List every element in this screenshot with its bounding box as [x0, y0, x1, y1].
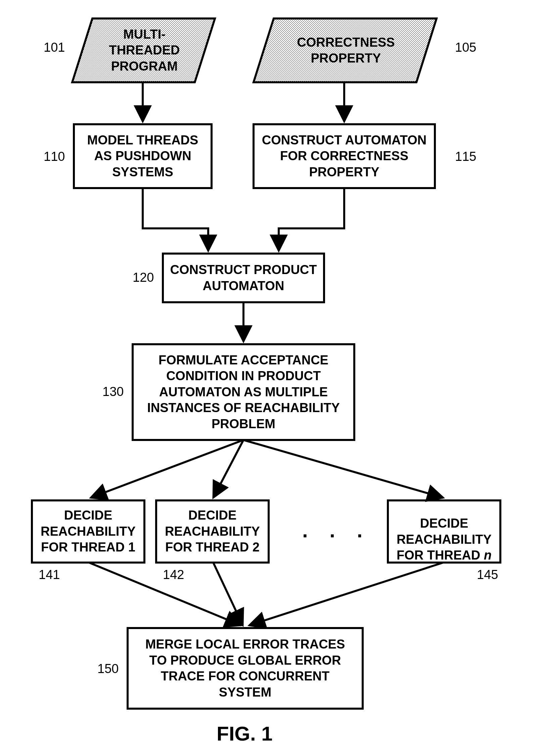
node-141-text: DECIDE REACHABILITY FOR THREAD 1	[32, 500, 144, 563]
node-120-text: CONSTRUCT PRODUCT AUTOMATON	[163, 254, 324, 302]
figure-caption: FIG. 1	[217, 722, 273, 745]
node-110-text: MODEL THREADS AS PUSHDOWN SYSTEMS	[74, 124, 212, 188]
label-115: 115	[455, 149, 476, 164]
edge-110-120	[143, 188, 208, 251]
node-150-text: MERGE LOCAL ERROR TRACES TO PRODUCE GLOB…	[128, 628, 363, 709]
node-130-text: FORMULATE ACCEPTANCE CONDITION IN PRODUC…	[133, 344, 354, 440]
node-115-text: CONSTRUCT AUTOMATON FOR CORRECTNESS PROP…	[254, 124, 435, 188]
node-105-text: CORRECTNESS PROPERTY	[262, 18, 430, 82]
edge-130-141	[91, 440, 243, 498]
node-142-text: DECIDE REACHABILITY FOR THREAD 2	[156, 500, 269, 563]
label-141: 141	[39, 568, 60, 582]
edge-145-150	[249, 563, 443, 625]
node-145-prefix: DECIDE REACHABILITY FOR THREAD	[397, 516, 492, 562]
node-145-n: n	[484, 548, 492, 562]
label-105: 105	[455, 40, 476, 55]
node-145-text: DECIDE REACHABILITY FOR THREAD n	[388, 500, 500, 563]
label-142: 142	[163, 568, 184, 582]
edge-115-120	[279, 188, 344, 251]
label-110: 110	[44, 149, 65, 164]
label-130: 130	[102, 385, 124, 399]
label-120: 120	[133, 270, 154, 285]
edge-130-145	[243, 440, 443, 498]
ellipsis: . . .	[302, 519, 370, 542]
label-150: 150	[97, 662, 119, 676]
label-101: 101	[44, 40, 65, 55]
node-101-text: MULTI- THREADED PROGRAM	[81, 18, 208, 82]
label-145: 145	[477, 568, 498, 582]
